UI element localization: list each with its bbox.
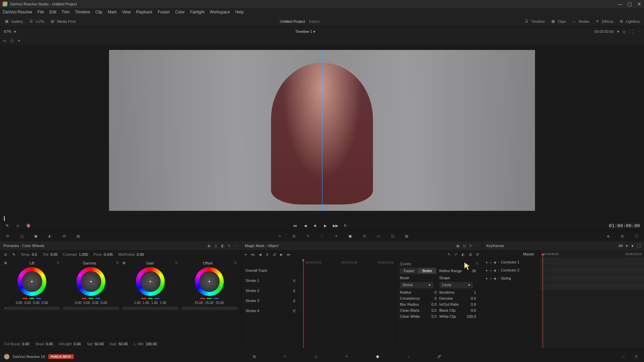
log-mode-icon[interactable]: ◧ [221,244,224,248]
shad-value[interactable]: 0.00 [46,342,53,346]
lmix-value[interactable]: 100.00 [146,342,157,346]
wipe-divider[interactable] [322,50,322,211]
menu-edit[interactable]: Edit [49,10,56,14]
offset-values[interactable]: 25.0025.0025.00 [195,301,224,305]
track-forward-one-icon[interactable]: ⏭ [287,252,290,256]
prev-frame-button[interactable]: ◀ [302,223,308,229]
home-icon[interactable]: ⌂ [620,353,627,360]
track-lock-icon[interactable]: ◇ [489,268,492,272]
playhead[interactable] [4,216,5,221]
stroke-timeline[interactable]: 00:00:00:0000:00:01:0800:00:02:16 [301,259,395,348]
lift-color-wheel[interactable] [17,267,46,296]
key-icon[interactable]: ▭ [375,233,382,240]
auto-balance-icon[interactable]: ⊙ [4,252,7,257]
chevron-down-icon[interactable]: ▾ [617,29,619,34]
menu-timeline[interactable]: Timeline [75,10,90,14]
track-dot-icon[interactable]: ● [486,268,488,272]
track-stop-icon[interactable]: ⏸ [265,252,269,256]
blur-value[interactable]: 0.0 [431,302,436,306]
options-icon[interactable]: ⋯ [636,29,640,34]
corrector-track[interactable]: ●◇◆›Corrector 1 [483,258,540,266]
keyframes-expand-icon[interactable]: ⛶ [637,244,641,248]
sizing-track[interactable]: ●◇◆›Sizing [483,274,540,282]
picker-icon[interactable]: ✎ [4,223,10,229]
sizing-icon[interactable]: ⊡ [389,233,396,240]
chevron-down-icon[interactable]: ▾ [626,244,628,248]
next-frame-button[interactable]: ▶▶ [332,223,338,229]
tracker-icon[interactable]: ✦ [332,233,340,240]
mediapool-button[interactable]: ▤Media Pool [50,19,75,24]
viewer-area[interactable] [0,45,644,216]
track-lock-icon[interactable]: ◇ [489,277,492,280]
track-reverse-icon[interactable]: ◀ [259,252,261,257]
offset-master-bar[interactable] [181,307,237,310]
track-expand-icon[interactable]: › [498,277,499,280]
nodes-button[interactable]: ◦◦Nodes [571,19,589,24]
fairlight-page-icon[interactable]: ♪ [405,353,412,360]
highlight-icon[interactable]: ✦ [17,39,20,43]
picker-icon[interactable]: ✎ [12,252,15,257]
context-icon[interactable]: ◇ [15,223,21,229]
settings-icon[interactable]: ⚙ [633,353,640,360]
bars-mode-icon[interactable]: ⫼ [214,244,218,248]
menu-trim[interactable]: Trim [62,10,70,14]
eraser-icon[interactable]: ✐ [454,252,458,257]
object-mode-icon[interactable]: ▣ [456,244,460,248]
mid-value[interactable]: 0.00 [137,252,144,256]
windows-icon[interactable]: ○ [318,233,326,240]
mask-overlay-icon[interactable]: ◐ [462,252,465,257]
stroke-item[interactable]: Stroke 2🗑 [241,286,300,296]
magic-more-icon[interactable]: ⋯ [476,244,479,248]
deliver-page-icon[interactable]: 🚀 [436,353,443,360]
menu-view[interactable]: View [122,10,131,14]
minimize-button[interactable]: — [618,1,622,7]
cut-page-icon[interactable]: ✄ [281,353,289,360]
gamma-reset-icon[interactable]: ↻ [116,261,119,265]
quality-better-button[interactable]: Better [418,268,436,274]
image-wipe-icon[interactable]: ▭ [3,39,6,43]
luts-button[interactable]: ☰LUTs [29,19,44,24]
edit-page-icon[interactable]: ⫼ [312,353,320,360]
more-icon[interactable]: ⋯ [234,244,238,248]
delete-icon[interactable]: 🗑 [292,309,296,313]
person-mode-icon[interactable]: ⊡ [463,244,466,248]
wheels-mode-icon[interactable]: ◉ [207,244,211,248]
track-key-icon[interactable]: ◆ [494,268,496,272]
track-dot-icon[interactable]: ● [486,260,488,264]
gamma-values[interactable]: 0.000.000.000.00 [75,301,107,305]
lift-reset-icon[interactable]: ↻ [57,261,60,265]
timeline-button[interactable]: ☰Timeline [524,19,545,24]
fx-icon[interactable]: ▦ [403,233,410,240]
gain-color-wheel[interactable] [136,267,165,296]
track-expand-icon[interactable]: › [498,260,499,264]
gain-values[interactable]: 1.001.001.001.00 [134,301,166,305]
maximize-button[interactable]: ▢ [628,1,632,7]
delete-icon[interactable]: 🗑 [292,279,296,283]
gain-reset-icon[interactable]: ↻ [175,261,178,265]
gallery-button[interactable]: ▦Gallery [4,19,23,24]
keyframe-timeline[interactable]: 00:00:00:0000:00:02:18 [540,250,644,348]
stroke-item[interactable]: Stroke 3🗑 [241,296,300,306]
offset-reset-icon[interactable]: ↻ [234,261,237,265]
play-button[interactable]: ▶ [322,223,328,229]
expand-icon[interactable]: ⛶ [629,29,633,34]
black-picker-icon[interactable]: ⊕ [4,261,7,265]
delete-icon[interactable]: 🗑 [292,299,296,303]
color-page-icon[interactable]: ◉ [374,353,381,360]
track-dot-icon[interactable]: ● [486,277,488,280]
cblack-value[interactable]: 0.0 [431,308,436,312]
timeline-scrubber[interactable] [0,216,644,221]
curves-icon[interactable]: ∿ [276,233,283,240]
mode-dropdown[interactable]: Shrink▾ [400,282,433,288]
menu-help[interactable]: Help [235,10,244,14]
zoom-level-dropdown[interactable]: 67%▾ [4,29,16,34]
first-frame-button[interactable]: ⏮ [292,223,298,229]
info-icon[interactable]: ⓘ [633,233,640,240]
denoise-value[interactable]: 0.0 [471,296,476,300]
quality-toggle[interactable]: Faster Better [400,268,436,274]
loop-button[interactable]: ↻ [342,223,348,229]
track-expand-icon[interactable]: › [498,268,499,272]
lift-values[interactable]: 0.000.000.000.00 [16,301,48,305]
lift-master-bar[interactable] [4,307,60,310]
hilight-value[interactable]: 0.00 [74,342,81,346]
